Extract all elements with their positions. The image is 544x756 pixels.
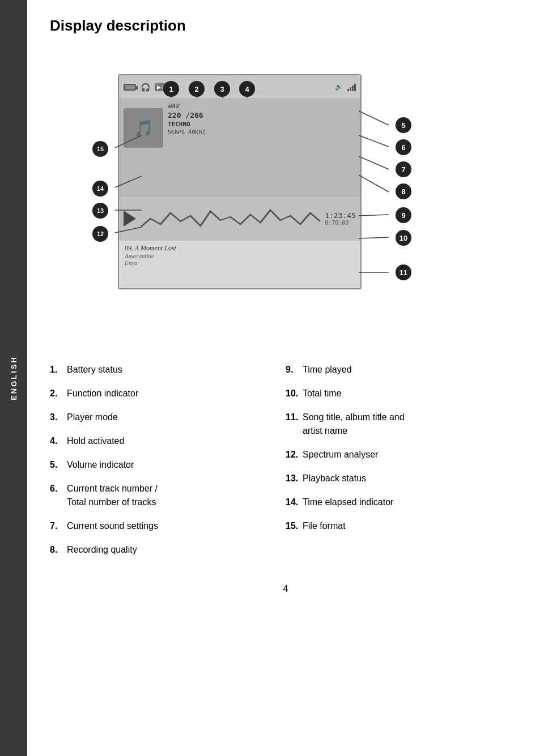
desc-text-13: Playback status bbox=[303, 472, 366, 485]
desc-text-12: Spectrum analyser bbox=[303, 448, 378, 462]
music-note-icon: 🎵 bbox=[134, 119, 154, 138]
callout-5: 5 bbox=[396, 117, 411, 133]
sidebar: ENGLISH bbox=[0, 0, 27, 756]
main-content: Display description bbox=[27, 0, 544, 617]
desc-text-9: Time played bbox=[303, 363, 352, 377]
descriptions-right: 9. Time played 10. Total time 11. Song t… bbox=[286, 363, 521, 567]
file-format-label: WAV bbox=[168, 102, 356, 110]
desc-number-3: 3. bbox=[50, 411, 67, 424]
desc-text-4: Hold activated bbox=[67, 434, 124, 448]
screen-song-info: 09. A Moment Lost Amarantine Enya bbox=[119, 241, 360, 289]
callout-3: 3 bbox=[214, 81, 230, 97]
desc-item-4: 4. Hold activated bbox=[50, 434, 274, 448]
desc-item-5: 5. Volume indicator bbox=[50, 458, 274, 472]
callout-1: 1 bbox=[163, 81, 179, 97]
time-played-display: 1:23:45 bbox=[325, 211, 356, 220]
volume-icon: 🔊 bbox=[335, 83, 343, 91]
desc-item-15: 15. File format bbox=[286, 519, 510, 533]
desc-number-7: 7. bbox=[50, 519, 67, 533]
desc-number-12: 12. bbox=[286, 448, 303, 462]
desc-item-1: 1. Battery status bbox=[50, 363, 274, 377]
desc-text-15: File format bbox=[303, 519, 346, 533]
desc-number-13: 13. bbox=[286, 472, 303, 485]
screen-playback-bar: 1:23:45 0:70:00 bbox=[119, 195, 360, 241]
desc-item-3: 3. Player mode bbox=[50, 411, 274, 424]
desc-text-14: Time elapsed indicator bbox=[303, 496, 393, 509]
desc-text-8: Recording quality bbox=[67, 543, 137, 557]
quality-info-display: 5KBPS 40KHZ bbox=[168, 129, 356, 135]
desc-item-9: 9. Time played bbox=[286, 363, 510, 377]
track-number-display: 220 /266 bbox=[168, 111, 356, 119]
desc-text-2: Function indicator bbox=[67, 387, 138, 400]
desc-number-15: 15. bbox=[286, 519, 303, 533]
callout-15: 15 bbox=[92, 141, 108, 157]
desc-item-12: 12. Spectrum analyser bbox=[286, 448, 510, 462]
device-screen: 🎧 ▶♪ 🔒 🔊 🎵 WAV 220 /26 bbox=[118, 74, 362, 289]
callout-8: 8 bbox=[396, 183, 411, 199]
page-number: 4 bbox=[50, 584, 521, 594]
album-title-display: Amarantine bbox=[125, 253, 355, 259]
headphone-icon: 🎧 bbox=[141, 83, 150, 92]
svg-line-7 bbox=[359, 175, 389, 192]
callout-2: 2 bbox=[189, 81, 205, 97]
diagram-area: 1 2 3 4 5 6 7 8 9 10 11 bbox=[50, 52, 521, 346]
desc-number-11: 11. bbox=[286, 411, 303, 424]
svg-line-6 bbox=[359, 156, 389, 169]
callout-4: 4 bbox=[239, 81, 255, 97]
callout-13: 13 bbox=[92, 203, 108, 219]
svg-line-5 bbox=[359, 135, 389, 147]
battery-icon bbox=[124, 84, 136, 91]
desc-number-5: 5. bbox=[50, 458, 67, 472]
play-status-icon bbox=[124, 211, 136, 227]
callout-14: 14 bbox=[92, 181, 108, 197]
desc-number-1: 1. bbox=[50, 363, 67, 377]
desc-number-14: 14. bbox=[286, 496, 303, 509]
desc-item-8: 8. Recording quality bbox=[50, 543, 274, 557]
callout-11: 11 bbox=[396, 264, 411, 280]
callout-6: 6 bbox=[396, 139, 411, 155]
song-title-display: 09. A Moment Lost bbox=[125, 244, 355, 253]
desc-item-10: 10. Total time bbox=[286, 387, 510, 400]
desc-item-13: 13. Playback status bbox=[286, 472, 510, 485]
desc-text-6: Current track number /Total number of tr… bbox=[67, 482, 158, 509]
desc-item-6: 6. Current track number /Total number of… bbox=[50, 482, 274, 509]
sidebar-label: ENGLISH bbox=[10, 356, 18, 400]
desc-item-14: 14. Time elapsed indicator bbox=[286, 496, 510, 509]
screen-info: WAV 220 /266 TECHNO 5KBPS 40KHZ bbox=[168, 102, 356, 192]
spectrum-analyser bbox=[141, 204, 320, 233]
desc-item-2: 2. Function indicator bbox=[50, 387, 274, 400]
desc-text-1: Battery status bbox=[67, 363, 122, 377]
callout-10: 10 bbox=[396, 230, 411, 246]
desc-text-7: Current sound settings bbox=[67, 519, 158, 533]
artist-name-display: Enya bbox=[125, 259, 355, 266]
descriptions-left: 1. Battery status 2. Function indicator … bbox=[50, 363, 286, 567]
desc-number-8: 8. bbox=[50, 543, 67, 557]
descriptions-section: 1. Battery status 2. Function indicator … bbox=[50, 363, 521, 567]
signal-icon bbox=[347, 83, 356, 91]
page-title: Display description bbox=[50, 17, 521, 35]
desc-text-5: Volume indicator bbox=[67, 458, 134, 472]
track-name-display: TECHNO bbox=[168, 121, 356, 128]
desc-number-4: 4. bbox=[50, 434, 67, 448]
desc-number-6: 6. bbox=[50, 482, 67, 496]
desc-text-11: Song title, album title andartist name bbox=[303, 411, 405, 438]
svg-line-4 bbox=[359, 111, 389, 125]
desc-number-10: 10. bbox=[286, 387, 303, 400]
desc-text-3: Player mode bbox=[67, 411, 118, 424]
desc-text-10: Total time bbox=[303, 387, 341, 400]
desc-item-11: 11. Song title, album title andartist na… bbox=[286, 411, 510, 438]
callout-9: 9 bbox=[396, 207, 411, 223]
album-art: 🎵 bbox=[124, 108, 163, 148]
total-time-display: 0:70:00 bbox=[325, 220, 356, 226]
desc-number-9: 9. bbox=[286, 363, 303, 377]
desc-number-2: 2. bbox=[50, 387, 67, 400]
callout-12: 12 bbox=[92, 226, 108, 242]
svg-line-8 bbox=[359, 215, 389, 216]
desc-item-7: 7. Current sound settings bbox=[50, 519, 274, 533]
screen-main-area: 🎵 WAV 220 /266 TECHNO 5KBPS 40KHZ bbox=[119, 99, 360, 195]
svg-line-9 bbox=[359, 237, 389, 238]
callout-7: 7 bbox=[396, 161, 411, 177]
